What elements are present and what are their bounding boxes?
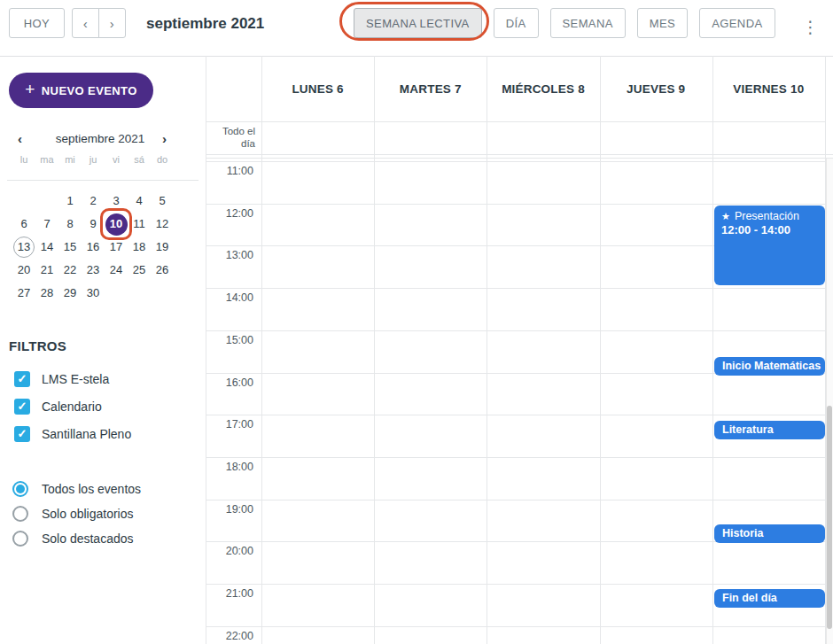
mini-date-12[interactable]: 12: [151, 213, 174, 236]
mini-date-5[interactable]: 5: [151, 190, 174, 213]
scroll-viewport-top-border: [206, 158, 833, 159]
filter-checkbox-lms-e-stela[interactable]: ✓LMS E-stela: [14, 365, 131, 392]
prev-arrow-icon[interactable]: ‹: [72, 8, 99, 38]
mini-date-6[interactable]: 6: [12, 213, 35, 236]
view-button-semana-lectiva[interactable]: SEMANA LECTIVA: [354, 8, 482, 38]
mini-date-18[interactable]: 18: [128, 236, 151, 259]
column-border: [712, 56, 713, 644]
radio-icon[interactable]: [12, 481, 28, 497]
mini-date-number: 18: [133, 240, 145, 253]
mini-date-number: 26: [156, 263, 168, 276]
mini-date-number: 27: [18, 286, 30, 299]
event-title-row: ★Presentación: [721, 210, 818, 222]
mini-date-13[interactable]: 13: [12, 236, 35, 259]
mini-date-empty: [128, 282, 151, 305]
page-title: septiembre 2021: [146, 15, 264, 33]
mini-date-number: 11: [133, 217, 145, 230]
mini-date-number: 23: [87, 263, 99, 276]
mini-date-number: 30: [87, 286, 99, 299]
filter-checkbox-santillana-pleno[interactable]: ✓Santillana Pleno: [14, 420, 131, 447]
hour-line: [206, 626, 825, 627]
filter-radio-solo-destacados[interactable]: Solo destacados: [12, 526, 141, 551]
mini-date-3[interactable]: 3: [105, 190, 128, 213]
mini-date-19[interactable]: 19: [151, 236, 174, 259]
mini-date-number: 16: [87, 240, 99, 253]
event-literatura[interactable]: Literatura: [714, 421, 825, 439]
mini-date-number: 7: [43, 217, 50, 230]
view-button-agenda[interactable]: AGENDA: [699, 8, 775, 38]
mini-date-29[interactable]: 29: [58, 282, 82, 305]
checkbox-icon[interactable]: ✓: [14, 371, 30, 387]
mini-date-11[interactable]: 11: [128, 213, 151, 236]
kebab-menu-icon[interactable]: ⋮: [802, 12, 818, 43]
radio-icon[interactable]: [12, 531, 28, 547]
time-label-17-00: 17:00: [206, 418, 253, 431]
today-button[interactable]: HOY: [9, 8, 65, 38]
column-border: [487, 56, 487, 644]
mini-date-9[interactable]: 9: [82, 213, 105, 236]
mini-date-number: 9: [90, 217, 96, 230]
mini-date-27[interactable]: 27: [12, 282, 35, 305]
checkbox-label: Santillana Pleno: [42, 427, 131, 441]
radio-icon[interactable]: [12, 506, 28, 522]
mini-date-number: 19: [156, 240, 168, 253]
event-fin-del-día[interactable]: Fin del día: [714, 589, 825, 608]
mini-date-22[interactable]: 22: [58, 259, 82, 282]
hour-line: [206, 161, 825, 162]
mini-date-21[interactable]: 21: [35, 259, 58, 282]
mini-date-1[interactable]: 1: [58, 190, 82, 213]
mini-date-17[interactable]: 17: [105, 236, 128, 259]
filter-checkbox-calendario[interactable]: ✓Calendario: [14, 392, 131, 420]
mini-weekday-row: lumamijuvisádo: [12, 154, 174, 165]
mini-date-2[interactable]: 2: [82, 190, 105, 213]
mini-date-number: 24: [110, 263, 122, 276]
next-arrow-icon[interactable]: ›: [98, 8, 126, 38]
mini-date-23[interactable]: 23: [82, 259, 105, 282]
checkbox-icon[interactable]: ✓: [14, 426, 30, 442]
mini-weekday-label: ma: [35, 154, 58, 165]
mini-weekday-label: sá: [128, 154, 151, 165]
hour-line: [206, 457, 825, 458]
radio-label: Solo destacados: [42, 531, 134, 546]
mini-date-number: 22: [64, 263, 76, 276]
mini-date-number: 8: [66, 217, 73, 230]
filter-radio-todos-los-eventos[interactable]: Todos los eventos: [12, 477, 141, 501]
mini-date-30[interactable]: 30: [82, 282, 105, 305]
event-inicio-matemáticas[interactable]: Inicio Matemáticas: [714, 357, 825, 376]
mini-date-8[interactable]: 8: [58, 213, 82, 236]
mini-week-row: 27282930: [12, 282, 174, 305]
checkbox-label: LMS E-stela: [42, 372, 109, 386]
mini-next-icon[interactable]: ›: [162, 131, 167, 147]
mini-date-26[interactable]: 26: [151, 259, 174, 282]
mini-date-25[interactable]: 25: [128, 259, 151, 282]
view-button-semana[interactable]: SEMANA: [550, 8, 626, 38]
view-button-día[interactable]: DÍA: [494, 8, 539, 38]
checkbox-label: Calendario: [42, 400, 102, 414]
mini-date-7[interactable]: 7: [35, 213, 58, 236]
mini-date-10[interactable]: 10: [105, 213, 128, 236]
mini-date-28[interactable]: 28: [35, 282, 58, 305]
event-historia[interactable]: Historia: [714, 524, 825, 543]
new-event-button[interactable]: + NUEVO EVENTO: [9, 73, 153, 108]
mini-date-4[interactable]: 4: [128, 190, 151, 213]
day-header-miércoles-8: MIÉRCOLES 8: [487, 56, 599, 121]
mini-date-14[interactable]: 14: [35, 236, 58, 259]
time-label-11-00: 11:00: [206, 165, 253, 177]
mini-date-20[interactable]: 20: [12, 259, 35, 282]
mini-date-number: 20: [18, 263, 30, 276]
event-time: 12:00 - 14:00: [721, 223, 818, 237]
checkbox-icon[interactable]: ✓: [14, 399, 30, 415]
event-presentación[interactable]: ★Presentación12:00 - 14:00: [714, 206, 825, 285]
mini-date-24[interactable]: 24: [105, 259, 128, 282]
mini-date-number: 21: [41, 263, 53, 276]
radio-label: Solo obligatorios: [42, 507, 134, 521]
view-button-mes[interactable]: MES: [637, 8, 688, 38]
mini-date-15[interactable]: 15: [58, 236, 82, 259]
hour-line: [206, 584, 825, 585]
filter-radio-list: Todos los eventosSolo obligatoriosSolo d…: [12, 477, 141, 551]
scrollbar-thumb[interactable]: [827, 406, 832, 629]
gutter-right-border: [261, 56, 262, 644]
filter-radio-solo-obligatorios[interactable]: Solo obligatorios: [12, 501, 141, 526]
mini-date-16[interactable]: 16: [82, 236, 105, 259]
hour-line: [206, 500, 825, 500]
